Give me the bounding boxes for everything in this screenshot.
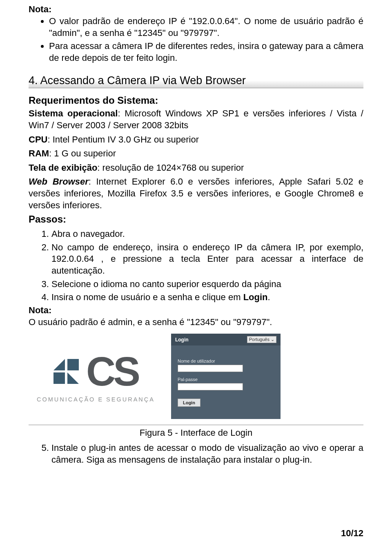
req-ram-label: RAM <box>29 148 49 158</box>
login-button[interactable]: Login <box>178 399 200 407</box>
login-panel-header: Login Português ⌄ <box>171 334 281 345</box>
figure-caption: Figura 5 - Interface de Login <box>29 428 363 438</box>
login-panel-title: Login <box>175 337 189 343</box>
language-select[interactable]: Português ⌄ <box>247 336 276 343</box>
req-ram: RAM: 1 G ou superior <box>29 148 363 160</box>
username-label: Nome de utilizador <box>178 359 274 363</box>
password-input[interactable] <box>178 383 243 390</box>
step4-login-bold: Login <box>243 292 268 302</box>
req-display-label: Tela de exibição <box>29 163 97 173</box>
logo-column: CS COMUNICAÇÃO E SEGURANÇA <box>37 334 155 403</box>
req-browser-label: Web Browser <box>29 176 89 187</box>
step-item: Abra o navegador. <box>51 228 363 240</box>
figure-login: CS COMUNICAÇÃO E SEGURANÇA Login Portugu… <box>29 334 363 438</box>
req-os-label: Sistema operacional <box>29 108 118 118</box>
steps-list-continued: Instale o plug-in antes de acessar o mod… <box>29 442 363 466</box>
logo-row: CS <box>53 354 138 389</box>
bullet-item: Para acessar a câmera IP de diferentes r… <box>49 40 363 64</box>
username-input[interactable] <box>178 365 243 372</box>
req-display: Tela de exibição: resolução de 1024×768 … <box>29 162 363 174</box>
requirements-heading: Requerimentos do Sistema: <box>29 95 363 106</box>
password-label: Pal-passe <box>178 377 274 382</box>
chevron-down-icon: ⌄ <box>271 337 274 342</box>
logo-subtitle: COMUNICAÇÃO E SEGURANÇA <box>37 396 155 403</box>
page-number: 10/12 <box>341 528 363 539</box>
step-item: Insira o nome de usuário e a senha e cli… <box>51 292 363 303</box>
login-ui: CS COMUNICAÇÃO E SEGURANÇA Login Portugu… <box>29 334 363 419</box>
figure-divider <box>29 425 363 425</box>
logo-mark-icon <box>53 359 79 384</box>
bullet-item: O valor padrão de endereço IP é "192.0.0… <box>49 16 363 39</box>
req-cpu: CPU: Intel Pentium IV 3.0 GHz ou superio… <box>29 134 363 146</box>
passos-heading: Passos: <box>29 214 363 225</box>
step4-text: Insira o nome de usuário e a senha e cli… <box>51 292 243 302</box>
step-item: Instale o plug-in antes de acessar o mod… <box>51 442 363 466</box>
login-panel: Login Português ⌄ Nome de utilizador Pal… <box>171 334 281 419</box>
step-item: Selecione o idioma no canto superior esq… <box>51 279 363 290</box>
nota2-text: O usuário padrão é admin, e a senha é "1… <box>29 316 363 328</box>
nota2-heading: Nota: <box>29 305 363 316</box>
req-ram-text: : 1 G ou superior <box>49 148 116 158</box>
step-item: No campo de endereço, insira o endereço … <box>51 242 363 277</box>
section-4-heading: 4. Acessando a Câmera IP via Web Browser <box>29 73 363 88</box>
nota-heading: Nota: <box>29 4 363 15</box>
req-os: Sistema operacional: Microsoft Windows X… <box>29 108 363 131</box>
language-value: Português <box>249 337 270 342</box>
req-display-text: : resolução de 1024×768 ou superior <box>97 163 244 173</box>
req-cpu-label: CPU <box>29 134 47 145</box>
req-cpu-text: : Intel Pentium IV 3.0 GHz ou superior <box>47 134 199 145</box>
nota-bullet-list: O valor padrão de endereço IP é "192.0.0… <box>29 16 363 64</box>
steps-list: Abra o navegador. No campo de endereço, … <box>29 228 363 303</box>
logo-letters: CS <box>86 354 138 389</box>
req-browser: Web Browser: Internet Explorer 6.0 e ver… <box>29 176 363 211</box>
